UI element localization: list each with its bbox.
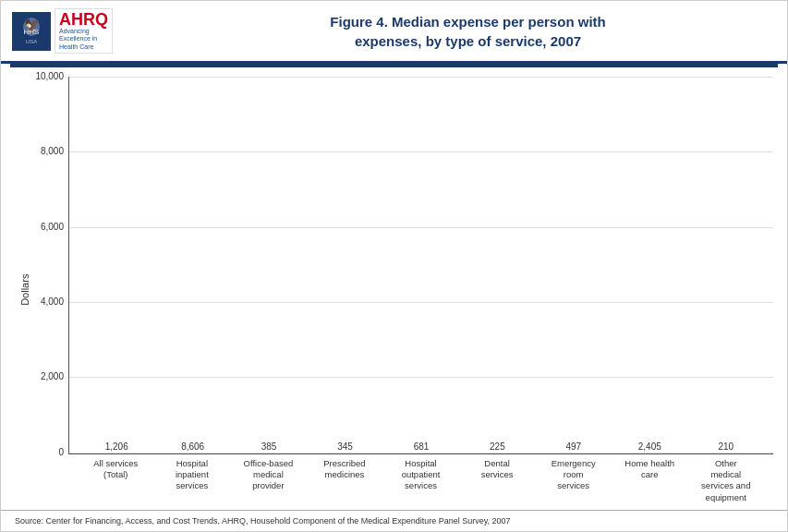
y-tick-label: 2,000	[27, 371, 64, 381]
chart-title: Figure 4. Median expense per person with…	[160, 12, 776, 51]
x-label: Office-basedmedicalprovider	[230, 458, 307, 503]
x-label: Dentalservices	[459, 458, 536, 503]
bar-group: 385	[231, 441, 307, 453]
y-tick-label: 10,000	[27, 71, 64, 81]
x-label: All services(Total)	[78, 458, 154, 503]
bar-value-label: 345	[337, 441, 353, 452]
bar-value-label: 497	[566, 441, 582, 452]
x-labels: All services(Total)Hospitalinpatientserv…	[68, 454, 773, 503]
bar-value-label: 1,206	[105, 441, 128, 452]
bar-group: 210	[688, 441, 764, 453]
y-tick-label: 0	[27, 447, 64, 457]
title-line2: expenses, by type of service, 2007	[355, 33, 581, 49]
ahrq-sub: AdvancingExcellence inHealth Care	[59, 28, 108, 51]
bar-group: 497	[536, 441, 612, 453]
hhs-logo-icon: HHS USA 🦅	[12, 12, 51, 51]
bar-value-label: 210	[718, 441, 733, 452]
ahrq-logo: AHRQ AdvancingExcellence inHealth Care	[55, 8, 113, 54]
x-label: Othermedicalservices andequipment	[688, 458, 765, 503]
bar-group: 8,606	[154, 441, 230, 453]
source-text: Source: Center for Financing, Access, an…	[1, 510, 787, 531]
bar-group: 225	[459, 441, 535, 453]
plot-area: 10,0008,0006,0004,0002,0000 1,2068,60638…	[68, 77, 773, 453]
x-label: Prescribedmedicines	[307, 458, 383, 503]
y-tick-label: 6,000	[27, 222, 64, 232]
title-area: Figure 4. Median expense per person with…	[160, 12, 776, 51]
bar-group: 345	[307, 441, 382, 453]
bar-value-label: 681	[414, 441, 430, 452]
x-label: Home healthcare	[612, 458, 688, 503]
bar-group: 1,206	[79, 441, 154, 453]
y-tick-label: 8,000	[27, 146, 64, 156]
y-axis-label: Dollars	[15, 77, 31, 503]
bar-value-label: 8,606	[181, 441, 204, 452]
ahrq-text: AHRQ	[59, 11, 108, 28]
svg-text:USA: USA	[26, 39, 37, 44]
x-label: Hospitalinpatientservices	[154, 458, 231, 503]
page-container: HHS USA 🦅 AHRQ AdvancingExcellence inHea…	[0, 0, 788, 532]
bars-container: 1,2068,6063853456812254972,405210	[69, 77, 773, 453]
logo-area: HHS USA 🦅 AHRQ AdvancingExcellence inHea…	[12, 8, 160, 54]
bar-group: 681	[383, 441, 459, 453]
bar-group: 2,405	[612, 441, 687, 453]
chart-inner: 10,0008,0006,0004,0002,0000 1,2068,60638…	[31, 77, 773, 503]
bar-value-label: 385	[261, 441, 277, 452]
header: HHS USA 🦅 AHRQ AdvancingExcellence inHea…	[1, 1, 787, 64]
x-label: Emergencyroomservices	[535, 458, 612, 503]
x-label: Hospitaloutpatientservices	[382, 458, 459, 503]
chart-wrapper: Dollars 10,0008,0006,0004,0002,0000 1,20…	[15, 77, 773, 503]
y-tick-label: 4,000	[27, 296, 64, 307]
chart-area: Dollars 10,0008,0006,0004,0002,0000 1,20…	[1, 67, 787, 508]
bar-value-label: 225	[490, 441, 505, 452]
bar-value-label: 2,405	[638, 441, 661, 452]
title-line1: Figure 4. Median expense per person with	[330, 14, 605, 30]
svg-text:🦅: 🦅	[24, 18, 41, 33]
